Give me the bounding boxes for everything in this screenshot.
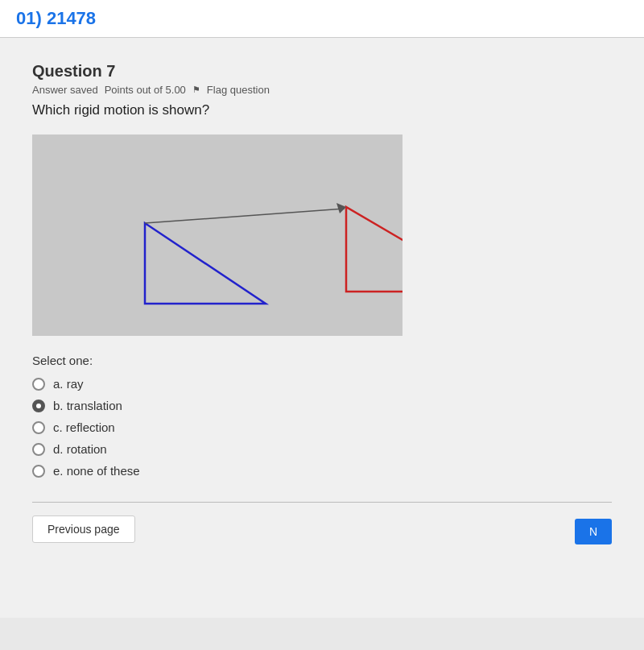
- radio-a[interactable]: [32, 378, 45, 391]
- radio-e[interactable]: [32, 465, 45, 478]
- flag-icon: ⚑: [192, 85, 200, 95]
- option-a[interactable]: a. ray: [32, 377, 612, 391]
- option-c[interactable]: c. reflection: [32, 420, 612, 434]
- option-a-label: a. ray: [53, 377, 84, 391]
- question-number: Question 7: [32, 62, 612, 81]
- radio-b[interactable]: [32, 400, 45, 412]
- header-title: 01) 21478: [16, 8, 96, 28]
- option-b-label: b. translation: [53, 399, 122, 412]
- options-list: a. ray b. translation c. reflection d. r…: [32, 377, 612, 478]
- option-d[interactable]: d. rotation: [32, 442, 612, 456]
- arrowhead: [336, 203, 346, 213]
- diagram-svg: [32, 135, 402, 336]
- next-page-button[interactable]: N: [575, 519, 612, 544]
- red-triangle: [346, 207, 402, 292]
- answer-saved-label: Answer saved: [32, 84, 98, 96]
- select-one-label: Select one:: [32, 354, 612, 367]
- flag-question-link[interactable]: Flag question: [207, 84, 270, 96]
- option-c-label: c. reflection: [53, 420, 115, 434]
- option-d-label: d. rotation: [53, 442, 107, 456]
- main-content: Question 7 Answer saved Points out of 5.…: [0, 38, 644, 618]
- radio-d[interactable]: [32, 443, 45, 456]
- previous-page-button[interactable]: Previous page: [32, 515, 135, 543]
- radio-c[interactable]: [32, 421, 45, 434]
- option-b[interactable]: b. translation: [32, 399, 612, 412]
- header: 01) 21478: [0, 0, 644, 38]
- question-text: Which rigid motion is shown?: [32, 102, 612, 118]
- diagram-container: [32, 135, 402, 336]
- divider: [32, 502, 612, 503]
- option-e[interactable]: e. none of these: [32, 464, 612, 478]
- option-e-label: e. none of these: [53, 464, 140, 478]
- bottom-nav: Previous page N: [32, 515, 612, 544]
- blue-triangle: [145, 223, 266, 304]
- question-meta: Answer saved Points out of 5.00 ⚑ Flag q…: [32, 84, 612, 96]
- points-label: Points out of 5.00: [105, 84, 186, 96]
- arrow-line: [145, 209, 345, 223]
